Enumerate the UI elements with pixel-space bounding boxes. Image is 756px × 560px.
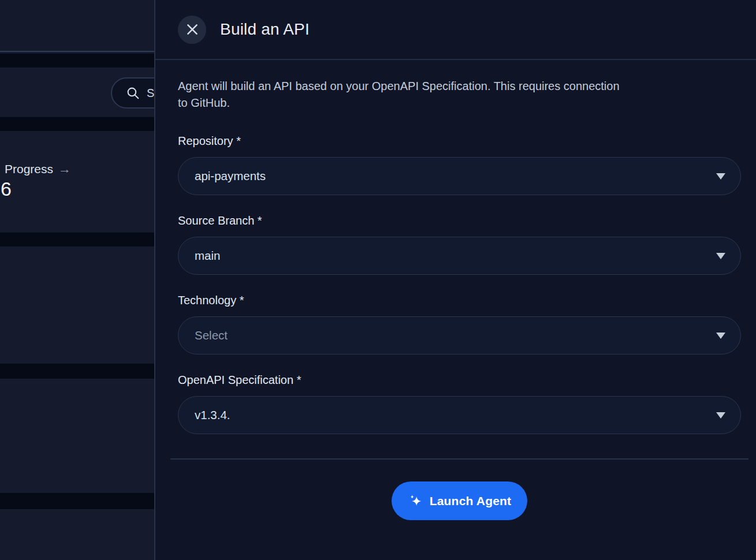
form-group-source-branch: Source Branch * main xyxy=(178,214,741,275)
drawer-content: Agent will build an API based on your Op… xyxy=(155,60,756,520)
search-icon xyxy=(126,86,140,100)
launch-agent-label: Launch Agent xyxy=(430,494,512,508)
progress-link[interactable]: Progress → xyxy=(5,162,71,176)
build-api-drawer: Build an API Agent will build an API bas… xyxy=(154,0,756,560)
technology-value: Select xyxy=(195,328,228,342)
openapi-spec-label: OpenAPI Specification * xyxy=(178,373,741,387)
progress-count: 6 xyxy=(1,178,12,200)
sparkle-icon xyxy=(408,493,423,509)
source-branch-value: main xyxy=(195,249,220,263)
openapi-spec-value: v1.3.4. xyxy=(195,408,230,422)
technology-label: Technology * xyxy=(178,293,741,307)
description-line: to GitHub. xyxy=(178,96,230,109)
technology-select[interactable]: Select xyxy=(178,316,741,354)
source-branch-label: Source Branch * xyxy=(178,214,741,227)
source-branch-select[interactable]: main xyxy=(178,237,741,275)
repository-label: Repository * xyxy=(178,134,741,148)
launch-agent-button[interactable]: Launch Agent xyxy=(392,481,528,520)
progress-label: Progress xyxy=(5,162,53,176)
chevron-down-icon xyxy=(716,253,725,259)
description-line: Agent will build an API based on your Op… xyxy=(178,80,620,92)
footer-divider xyxy=(170,458,748,460)
form-group-openapi-spec: OpenAPI Specification * v1.3.4. xyxy=(178,373,741,434)
chevron-down-icon xyxy=(716,333,725,339)
drawer-description: Agent will build an API based on your Op… xyxy=(178,78,741,111)
close-icon xyxy=(185,22,200,37)
form-group-technology: Technology * Select xyxy=(178,293,741,354)
repository-value: api-payments xyxy=(195,169,266,183)
arrow-right-icon: → xyxy=(58,163,71,176)
chevron-down-icon xyxy=(716,173,725,180)
openapi-spec-select[interactable]: v1.3.4. xyxy=(178,396,741,434)
app-window: Search Progress → 6 Build an API Agent w… xyxy=(0,0,756,560)
footer-actions: Launch Agent xyxy=(178,481,741,520)
drawer-header: Build an API xyxy=(155,0,756,60)
close-button[interactable] xyxy=(178,16,206,44)
drawer-title: Build an API xyxy=(220,20,310,39)
form-group-repository: Repository * api-payments xyxy=(178,134,741,195)
repository-select[interactable]: api-payments xyxy=(178,157,741,195)
chevron-down-icon xyxy=(716,412,725,419)
